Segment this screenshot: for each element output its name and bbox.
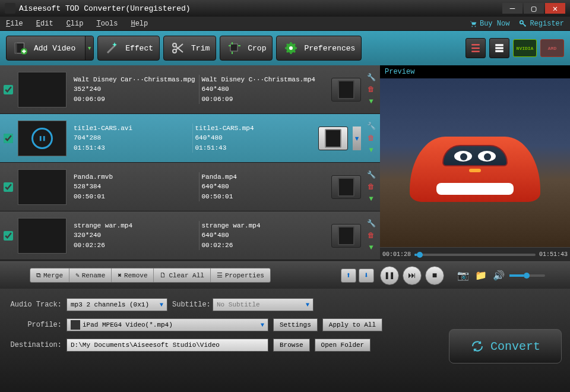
audio-track-select[interactable]: mp3 2 channels (0x1)▼ bbox=[66, 298, 167, 311]
destination-input[interactable]: D:\My Documents\Aiseesoft Studio\Video bbox=[66, 339, 268, 352]
file-row[interactable]: title1-CARS.avi 704*288 01:51:43 title1-… bbox=[0, 114, 380, 163]
apply-to-all-button[interactable]: Apply to All bbox=[322, 318, 382, 331]
list-view-button[interactable] bbox=[466, 38, 486, 58]
device-profile-button[interactable] bbox=[331, 175, 361, 199]
ipad-icon bbox=[338, 178, 354, 197]
file-source-dur: 01:51:43 bbox=[74, 143, 190, 153]
stop-button[interactable]: ■ bbox=[425, 266, 444, 285]
file-checkbox[interactable] bbox=[4, 231, 13, 241]
row-delete-button[interactable]: 🗑 bbox=[366, 230, 376, 241]
browse-button[interactable]: Browse bbox=[273, 339, 310, 352]
file-row[interactable]: Panda.rmvb 528*384 00:50:01 Panda.mp4 64… bbox=[0, 163, 380, 211]
buy-now-link[interactable]: Buy Now bbox=[469, 20, 509, 28]
app-logo-icon bbox=[5, 3, 15, 14]
row-edit-button[interactable]: 🔧 bbox=[366, 219, 376, 229]
menubar: File Edit Clip Tools Help Buy Now Regist… bbox=[0, 17, 570, 31]
row-delete-button[interactable]: 🗑 bbox=[366, 182, 376, 192]
minimize-button[interactable]: — bbox=[502, 3, 522, 14]
convert-button[interactable]: Convert bbox=[449, 329, 562, 363]
open-folder-button[interactable]: Open Folder bbox=[315, 339, 371, 352]
file-thumbnail bbox=[18, 72, 66, 108]
preview-video[interactable] bbox=[380, 78, 570, 247]
row-down-button[interactable]: ▼ bbox=[366, 96, 376, 107]
titlebar: Aiseesoft TOD Converter(Unregistered) — … bbox=[0, 0, 570, 17]
file-checkbox[interactable] bbox=[4, 134, 13, 143]
next-frame-button[interactable]: ⏭ bbox=[403, 266, 422, 285]
file-row[interactable]: Walt Disney Car···Christmas.mpg 352*240 … bbox=[0, 65, 380, 114]
row-delete-button[interactable]: 🗑 bbox=[366, 133, 376, 144]
move-up-button[interactable]: ⬆ bbox=[341, 268, 356, 283]
device-profile-dropdown[interactable]: ▾ bbox=[353, 127, 361, 150]
effect-label: Effect bbox=[125, 44, 153, 53]
profile-settings-button[interactable]: Settings bbox=[273, 318, 318, 331]
file-checkbox[interactable] bbox=[4, 182, 13, 192]
effect-button[interactable]: Effect bbox=[97, 36, 160, 61]
svg-point-10 bbox=[289, 46, 293, 50]
file-source-res: 352*240 bbox=[74, 84, 197, 94]
file-output-name: strange war.mp4 bbox=[202, 221, 325, 231]
preview-seekbar[interactable]: 00:01:28 01:51:43 bbox=[380, 247, 570, 261]
add-video-label: Add Video bbox=[34, 44, 75, 53]
file-output-dur: 01:51:43 bbox=[195, 143, 312, 153]
add-video-button[interactable]: Add Video ▾ bbox=[6, 36, 94, 61]
pause-button[interactable]: ❚❚ bbox=[380, 266, 399, 285]
open-snapshot-folder-button[interactable]: 📁 bbox=[474, 268, 488, 283]
rename-button[interactable]: ✎Rename bbox=[69, 268, 112, 282]
trim-button[interactable]: Trim bbox=[163, 36, 216, 61]
maximize-button[interactable]: ▢ bbox=[524, 3, 544, 14]
row-down-button[interactable]: ▼ bbox=[366, 194, 376, 204]
device-profile-button[interactable] bbox=[318, 127, 348, 150]
profile-select[interactable]: iPad MPEG4 Video(*.mp4) ▼ bbox=[66, 318, 268, 331]
row-edit-button[interactable]: 🔧 bbox=[366, 72, 376, 83]
volume-slider[interactable] bbox=[509, 274, 545, 277]
preview-time-current: 00:01:28 bbox=[382, 251, 411, 258]
svg-rect-11 bbox=[495, 44, 504, 46]
row-down-button[interactable]: ▼ bbox=[366, 242, 376, 253]
subtitle-select[interactable]: No Subtitle▼ bbox=[213, 298, 314, 311]
row-down-button[interactable]: ▼ bbox=[366, 145, 376, 156]
file-source-dur: 00:02:26 bbox=[74, 241, 197, 251]
row-edit-button[interactable]: 🔧 bbox=[366, 121, 376, 132]
preferences-button[interactable]: Preferences bbox=[276, 36, 362, 61]
properties-button[interactable]: ☰Properties bbox=[211, 268, 270, 282]
file-output-name: Walt Disney C···Christmas.mp4 bbox=[202, 75, 325, 85]
clear-all-button[interactable]: 🗋Clear All bbox=[154, 268, 210, 282]
menu-help[interactable]: Help bbox=[131, 20, 148, 28]
cart-icon bbox=[469, 20, 477, 28]
menu-edit[interactable]: Edit bbox=[36, 20, 53, 28]
svg-rect-12 bbox=[495, 47, 504, 49]
add-video-dropdown[interactable]: ▾ bbox=[85, 36, 93, 60]
file-source-name: strange war.mp4 bbox=[74, 221, 197, 231]
menu-file[interactable]: File bbox=[6, 20, 23, 28]
audio-track-label: Audio Track: bbox=[8, 301, 62, 309]
file-source-name: Walt Disney Car···Christmas.mpg bbox=[74, 75, 197, 85]
close-button[interactable]: ✕ bbox=[545, 3, 565, 14]
file-checkbox[interactable] bbox=[4, 85, 13, 94]
film-add-icon bbox=[12, 40, 29, 56]
register-link[interactable]: Register bbox=[519, 20, 564, 28]
volume-icon[interactable]: 🔊 bbox=[492, 268, 506, 283]
clear-icon: 🗋 bbox=[160, 271, 166, 279]
device-profile-button[interactable] bbox=[331, 78, 361, 102]
merge-button[interactable]: ⧉Merge bbox=[30, 268, 69, 282]
thumbnail-view-button[interactable] bbox=[489, 38, 509, 58]
key-icon bbox=[519, 20, 527, 28]
crop-button[interactable]: Crop bbox=[220, 36, 273, 61]
file-output-res: 640*480 bbox=[195, 133, 312, 143]
file-list: Walt Disney Car···Christmas.mpg 352*240 … bbox=[0, 65, 380, 261]
menu-tools[interactable]: Tools bbox=[96, 20, 118, 28]
row-edit-button[interactable]: 🔧 bbox=[366, 170, 376, 181]
svg-point-1 bbox=[475, 26, 476, 27]
pencil-icon: ✎ bbox=[75, 271, 80, 279]
menu-clip[interactable]: Clip bbox=[66, 20, 84, 28]
row-delete-button[interactable]: 🗑 bbox=[366, 84, 376, 95]
file-row[interactable]: strange war.mp4 320*240 00:02:26 strange… bbox=[0, 211, 380, 260]
seek-track[interactable] bbox=[414, 254, 536, 256]
device-profile-button[interactable] bbox=[331, 224, 361, 248]
snapshot-button[interactable]: 📷 bbox=[456, 268, 470, 283]
remove-button[interactable]: ✖Remove bbox=[112, 268, 154, 282]
file-thumbnail bbox=[18, 169, 66, 205]
file-output-res: 640*480 bbox=[202, 230, 325, 241]
move-down-button[interactable]: ⬇ bbox=[359, 268, 374, 283]
profile-device-icon bbox=[71, 320, 80, 330]
